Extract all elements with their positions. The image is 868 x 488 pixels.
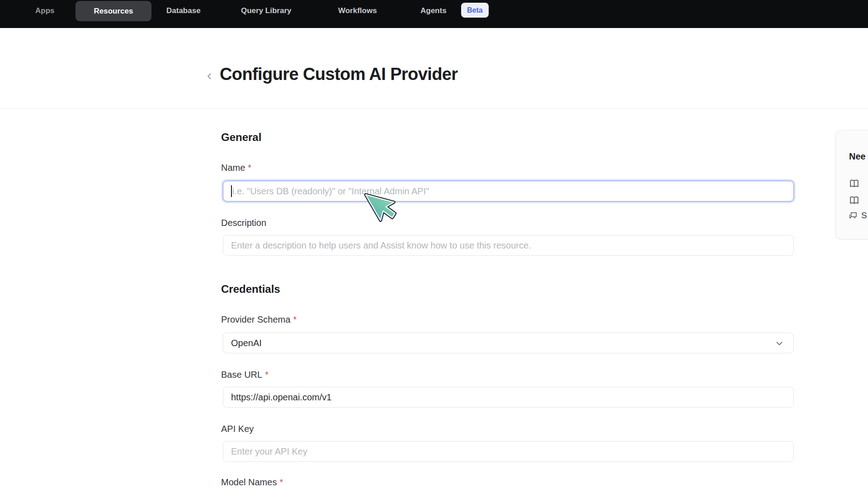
name-label-text: Name [221,163,245,173]
base-url-label-text: Base URL [221,370,262,380]
nav-tab-database[interactable]: Database [166,0,201,22]
description-input-placeholder: Enter a description to help users and As… [231,240,531,251]
provider-schema-select[interactable]: OpenAI [223,333,794,353]
provider-schema-label: Provider Schema* [221,314,297,325]
api-key-label: API Key [221,424,254,434]
chat-icon [848,211,858,221]
description-label: Description [221,218,266,228]
description-label-text: Description [221,218,266,228]
nav-tab-resources-active[interactable]: Resources [75,1,151,21]
text-caret [231,185,232,197]
api-key-input-placeholder: Enter your API Key [231,446,307,457]
back-button[interactable]: ‹ [202,66,217,84]
api-key-input[interactable]: Enter your API Key [223,441,794,462]
model-names-label: Model Names* [221,477,283,488]
name-input-placeholder: i.e. "Users DB (readonly)" or "Internal … [232,186,429,197]
help-panel-title: Nee [849,151,866,162]
nav-tab-apps[interactable]: Apps [35,0,55,22]
description-input[interactable]: Enter a description to help users and As… [223,235,794,256]
name-input[interactable]: i.e. "Users DB (readonly)" or "Internal … [223,181,794,202]
required-asterisk: * [265,370,269,380]
nav-tab-workflows[interactable]: Workflows [338,0,377,22]
base-url-value: https://api.openai.com/v1 [231,392,331,403]
help-link-docs[interactable] [849,178,859,189]
model-names-label-text: Model Names [221,477,277,487]
top-nav-bar: Apps Resources Database Query Library Wo… [0,0,868,28]
page-title: Configure Custom AI Provider [220,65,458,84]
section-heading-general: General [221,131,261,144]
help-link-guides[interactable] [849,195,859,206]
api-key-label-text: API Key [221,424,254,434]
header-divider [0,108,868,109]
book-icon [849,195,859,206]
back-chevron-icon: ‹ [207,67,212,84]
provider-schema-value: OpenAI [231,338,262,348]
required-asterisk: * [279,477,283,487]
required-asterisk: * [293,314,297,324]
nav-tab-query-library[interactable]: Query Library [241,0,292,22]
section-heading-credentials: Credentials [221,283,280,296]
chevron-down-icon [774,338,784,348]
help-link-support-label: S [861,211,867,221]
name-label: Name* [221,163,251,173]
help-link-support[interactable]: S [848,211,867,221]
beta-badge: Beta [461,3,489,18]
nav-tab-resources-label: Resources [94,7,133,16]
required-asterisk: * [248,163,251,173]
provider-schema-label-text: Provider Schema [221,314,290,324]
help-panel: Nee S [835,130,868,239]
base-url-label: Base URL* [221,370,269,380]
base-url-input[interactable]: https://api.openai.com/v1 [223,387,794,408]
nav-tab-agents[interactable]: Agents [420,0,447,22]
book-icon [849,178,859,189]
